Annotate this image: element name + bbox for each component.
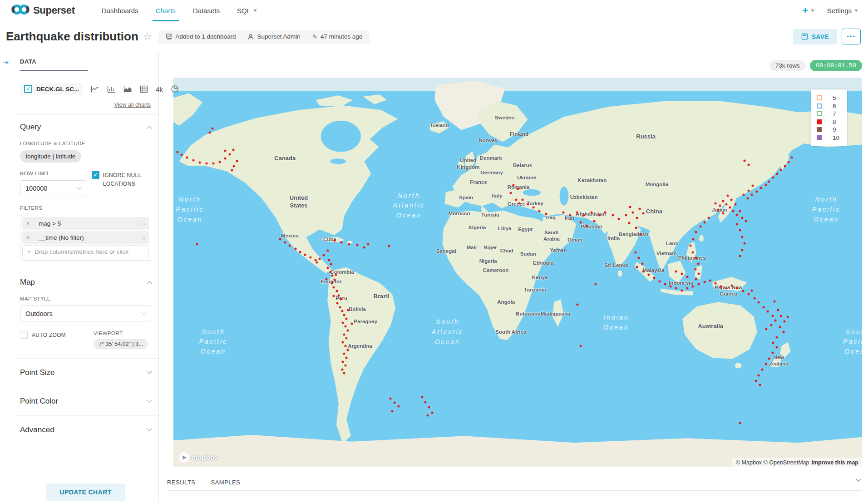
earthquake-point[interactable] <box>755 191 758 193</box>
earthquake-point[interactable] <box>759 384 761 386</box>
earthquake-point[interactable] <box>771 315 774 317</box>
earthquake-point[interactable] <box>224 150 226 152</box>
earthquake-point[interactable] <box>618 218 620 220</box>
new-item-button[interactable]: + <box>803 5 814 16</box>
pie-chart-icon[interactable] <box>171 85 179 93</box>
earthquake-point[interactable] <box>363 246 365 248</box>
earthquake-point[interactable] <box>690 245 692 247</box>
earthquake-point[interactable] <box>725 287 728 289</box>
earthquake-point[interactable] <box>767 311 769 313</box>
earthquake-point[interactable] <box>709 280 711 282</box>
big-number-icon[interactable]: 4k <box>156 85 163 93</box>
earthquake-point[interactable] <box>192 159 194 161</box>
earthquake-point[interactable] <box>787 161 789 163</box>
earthquake-point[interactable] <box>205 163 207 165</box>
earthquake-point[interactable] <box>333 278 335 281</box>
earthquake-point[interactable] <box>343 372 345 375</box>
nav-item-sql[interactable]: SQL <box>228 0 266 21</box>
earthquake-point[interactable] <box>336 302 339 305</box>
earthquake-point[interactable] <box>299 251 301 253</box>
earthquake-point[interactable] <box>698 283 700 286</box>
earthquake-point[interactable] <box>342 360 344 363</box>
earthquake-point[interactable] <box>745 220 747 222</box>
earthquake-point[interactable] <box>707 217 710 219</box>
earthquake-point[interactable] <box>760 187 762 189</box>
auto-zoom-checkbox[interactable] <box>20 331 28 339</box>
earthquake-point[interactable] <box>316 261 318 264</box>
earthquake-point[interactable] <box>338 294 340 296</box>
settings-menu[interactable]: Settings <box>827 7 858 15</box>
earthquake-point[interactable] <box>233 165 235 167</box>
remove-filter-icon[interactable]: × <box>22 220 34 227</box>
earthquake-point[interactable] <box>527 203 529 206</box>
earthquake-point[interactable] <box>741 236 744 238</box>
earthquake-point[interactable] <box>772 341 774 344</box>
earthquake-point[interactable] <box>758 374 760 376</box>
earthquake-point[interactable] <box>356 244 359 246</box>
earthquake-point[interactable] <box>743 160 745 162</box>
earthquake-point[interactable] <box>304 253 306 256</box>
section-point-color[interactable]: Point Color <box>13 387 158 415</box>
earthquake-point[interactable] <box>594 283 597 286</box>
favorite-star-icon[interactable]: ☆ <box>143 31 152 43</box>
earthquake-point[interactable] <box>325 278 327 280</box>
earthquake-point[interactable] <box>779 315 782 317</box>
nav-item-datasets[interactable]: Datasets <box>184 0 228 21</box>
owner-meta[interactable]: Superset Admin <box>247 33 300 40</box>
collapse-panel-icon[interactable]: ⇥ <box>3 59 9 67</box>
earthquake-point[interactable] <box>294 248 296 250</box>
earthquake-point[interactable] <box>720 286 722 288</box>
earthquake-point[interactable] <box>730 199 732 201</box>
map-style-select[interactable]: Outdoors <box>20 306 151 321</box>
earthquake-point[interactable] <box>212 128 214 130</box>
earthquake-point[interactable] <box>698 272 700 275</box>
earthquake-point[interactable] <box>739 229 741 231</box>
earthquake-point[interactable] <box>330 263 332 265</box>
earthquake-point[interactable] <box>763 306 765 308</box>
earthquake-point[interactable] <box>695 278 697 280</box>
earthquake-point[interactable] <box>513 184 515 187</box>
earthquake-point[interactable] <box>754 297 756 299</box>
filter-item[interactable]: ×__time (No filter)› <box>22 231 149 244</box>
earthquake-point[interactable] <box>751 289 753 291</box>
earthquake-point[interactable] <box>590 212 592 214</box>
earthquake-point[interactable] <box>791 156 793 158</box>
deckgl-scatter-map[interactable]: North Pacific OceanNorth Atlantic OceanN… <box>173 78 862 467</box>
earthquake-point[interactable] <box>218 161 221 163</box>
earthquake-point[interactable] <box>675 287 677 290</box>
earthquake-point[interactable] <box>761 368 764 370</box>
earthquake-point[interactable] <box>196 243 198 245</box>
earthquake-point[interactable] <box>686 276 688 278</box>
earthquake-point[interactable] <box>345 357 347 359</box>
earthquake-point[interactable] <box>177 151 179 153</box>
nav-item-charts[interactable]: Charts <box>147 0 184 21</box>
earthquake-point[interactable] <box>348 243 350 245</box>
earthquake-point[interactable] <box>346 349 349 351</box>
earthquake-point[interactable] <box>695 256 697 259</box>
earthquake-point[interactable] <box>681 289 683 291</box>
earthquake-point[interactable] <box>739 210 741 212</box>
selected-viz-type[interactable]: ✓ DECK.GL SC... <box>20 83 83 95</box>
earthquake-point[interactable] <box>598 214 600 217</box>
filters-drop-zone[interactable]: + Drop columns/metrics here or click <box>22 245 149 258</box>
earthquake-point[interactable] <box>758 301 760 304</box>
earthquake-point[interactable] <box>562 211 564 213</box>
earthquake-point[interactable] <box>367 243 370 245</box>
map-section-header[interactable]: Map <box>20 278 151 287</box>
earthquake-point[interactable] <box>659 281 661 283</box>
earthquake-point[interactable] <box>333 286 335 288</box>
earthquake-point[interactable] <box>284 241 286 243</box>
earthquake-point[interactable] <box>774 319 776 321</box>
earthquake-point[interactable] <box>697 262 699 265</box>
collapse-results-chevron-icon[interactable] <box>856 477 861 482</box>
earthquake-point[interactable] <box>343 353 345 355</box>
attribution-text[interactable]: © Mapbox © OpenStreetMap <box>736 459 809 466</box>
earthquake-point[interactable] <box>638 256 640 259</box>
table-icon[interactable] <box>140 85 148 93</box>
bar-chart-icon[interactable] <box>107 85 116 93</box>
earthquake-point[interactable] <box>628 222 631 224</box>
earthquake-point[interactable] <box>421 396 423 399</box>
earthquake-point[interactable] <box>777 309 779 311</box>
earthquake-point[interactable] <box>335 290 338 292</box>
earthquake-point[interactable] <box>751 185 754 187</box>
